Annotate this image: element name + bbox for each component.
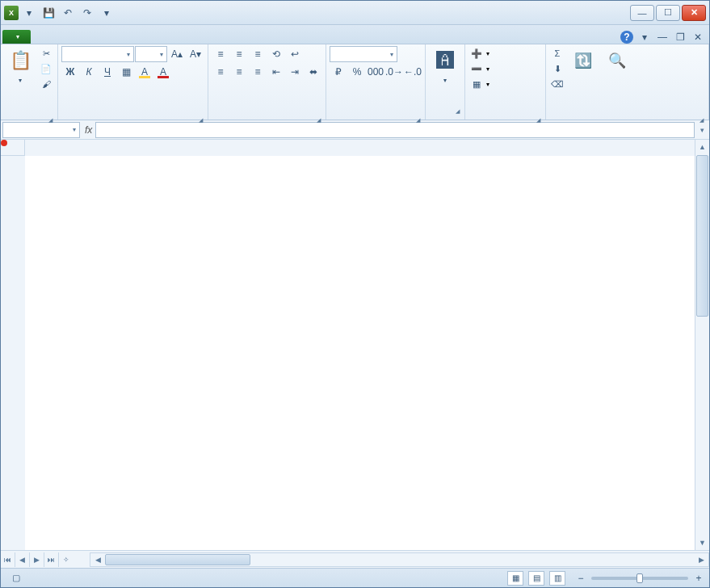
insert-cells-button[interactable]: ➕▾: [468, 46, 489, 61]
font-name-combo[interactable]: ▾: [61, 46, 134, 62]
font-size-combo[interactable]: ▾: [135, 46, 167, 62]
scroll-down-icon[interactable]: ▼: [695, 536, 709, 550]
grow-font-icon[interactable]: A▴: [168, 46, 186, 62]
group-label: [330, 116, 422, 118]
align-right-icon[interactable]: ≡: [249, 64, 267, 80]
scroll-left-icon[interactable]: ◀: [90, 556, 105, 564]
zoom-slider[interactable]: [591, 577, 688, 580]
scroll-right-icon[interactable]: ▶: [694, 556, 708, 564]
save-icon[interactable]: 💾: [40, 4, 57, 22]
format-painter-icon[interactable]: 🖌: [38, 77, 54, 91]
merge-icon[interactable]: ⬌: [305, 64, 322, 80]
group-label: [4, 116, 54, 118]
wrap-text-icon[interactable]: ↩: [286, 46, 304, 62]
workbook-close-icon[interactable]: ✕: [691, 31, 704, 44]
underline-button[interactable]: Ч: [99, 64, 116, 80]
formula-expand-icon[interactable]: ▾: [695, 126, 709, 134]
quick-access-toolbar: X ▾ 💾 ↶ ↷ ▾: [4, 4, 116, 22]
format-icon: ▦: [468, 77, 485, 91]
align-left-icon[interactable]: ≡: [212, 64, 229, 80]
number-format-combo[interactable]: ▾: [330, 46, 397, 62]
percent-icon[interactable]: %: [348, 64, 366, 80]
window-controls: — ☐ ✕: [630, 5, 706, 21]
cut-icon[interactable]: ✂: [38, 46, 54, 61]
format-cells-button[interactable]: ▦▾: [468, 77, 489, 91]
ribbon: 📋 ▾ ✂ 📄 🖌 ▾ ▾ A▴ A▾: [1, 44, 709, 120]
scroll-thumb[interactable]: [105, 554, 250, 565]
workbook-minimize-icon[interactable]: —: [656, 31, 669, 44]
border-icon[interactable]: ▦: [117, 64, 135, 80]
align-middle-icon[interactable]: ≡: [230, 46, 248, 62]
align-center-icon[interactable]: ≡: [230, 64, 248, 80]
zoom-out-icon[interactable]: −: [575, 573, 586, 584]
fill-color-icon[interactable]: A: [136, 64, 153, 80]
workbook-restore-icon[interactable]: ❐: [674, 31, 687, 44]
status-bar: ▢ ▦ ▤ ▥ − +: [1, 568, 709, 587]
group-alignment: ≡ ≡ ≡ ⟲ ↩ ≡ ≡ ≡ ⇤ ⇥ ⬌: [208, 44, 326, 120]
group-label: [429, 107, 461, 118]
ribbon-tabs: ▾ ? ▾ — ❐ ✕: [1, 25, 709, 44]
macro-record-icon[interactable]: ▢: [12, 573, 20, 583]
find-select-button[interactable]: 🔍: [601, 46, 633, 77]
currency-icon[interactable]: ₽: [330, 64, 347, 80]
normal-view-icon[interactable]: ▦: [507, 571, 523, 586]
new-sheet-icon[interactable]: ✧: [59, 552, 74, 567]
excel-window: X ▾ 💾 ↶ ↷ ▾ — ☐ ✕ ▾ ? ▾ — ❐ ✕: [0, 0, 710, 588]
shrink-font-icon[interactable]: A▾: [187, 46, 204, 62]
scroll-up-icon[interactable]: ▲: [695, 140, 709, 154]
decrease-decimal-icon[interactable]: ←.0: [404, 64, 422, 80]
align-bottom-icon[interactable]: ≡: [249, 46, 267, 62]
page-break-view-icon[interactable]: ▥: [549, 571, 565, 586]
sheet-nav-next-icon[interactable]: ▶: [30, 552, 44, 567]
orientation-icon[interactable]: ⟲: [267, 46, 285, 62]
undo-icon[interactable]: ↶: [59, 4, 77, 22]
autosum-icon[interactable]: Σ: [549, 46, 565, 61]
paste-button[interactable]: 📋 ▾: [4, 46, 36, 86]
bold-button[interactable]: Ж: [61, 64, 79, 80]
minimize-button[interactable]: —: [630, 5, 654, 21]
horizontal-scrollbar[interactable]: ◀ ▶: [90, 552, 709, 567]
italic-button[interactable]: К: [80, 64, 98, 80]
name-box[interactable]: ▾: [2, 122, 80, 138]
styles-button[interactable]: 🅰 ▾: [429, 46, 461, 86]
close-button[interactable]: ✕: [682, 5, 706, 21]
find-icon: 🔍: [604, 48, 630, 74]
select-all-corner[interactable]: [1, 140, 25, 156]
qat-more-icon[interactable]: ▾: [98, 4, 116, 22]
zoom-in-icon[interactable]: +: [693, 573, 704, 584]
maximize-button[interactable]: ☐: [656, 5, 680, 21]
copy-icon[interactable]: 📄: [38, 61, 54, 76]
sort-filter-button[interactable]: 🔃: [567, 46, 599, 77]
decrease-indent-icon[interactable]: ⇤: [267, 64, 285, 80]
fill-icon[interactable]: ⬇: [549, 61, 565, 76]
sort-icon: 🔃: [570, 48, 596, 74]
page-layout-view-icon[interactable]: ▤: [528, 571, 544, 586]
group-label: [61, 116, 204, 118]
increase-decimal-icon[interactable]: .0→: [385, 64, 403, 80]
cells-area[interactable]: [25, 156, 695, 550]
increase-indent-icon[interactable]: ⇥: [286, 64, 304, 80]
delete-icon: ➖: [468, 61, 485, 76]
file-tab[interactable]: ▾: [2, 30, 31, 44]
comma-icon[interactable]: 000: [367, 64, 384, 80]
fx-icon[interactable]: fx: [85, 124, 92, 136]
clear-icon[interactable]: ⌫: [549, 77, 565, 91]
formula-input[interactable]: [95, 122, 695, 138]
redo-icon[interactable]: ↷: [78, 4, 96, 22]
sheet-nav-prev-icon[interactable]: ◀: [15, 552, 30, 567]
align-top-icon[interactable]: ≡: [212, 46, 229, 62]
delete-cells-button[interactable]: ➖▾: [468, 61, 489, 76]
group-label: [468, 116, 542, 118]
help-icon[interactable]: ?: [620, 31, 633, 44]
font-color-icon[interactable]: A: [154, 64, 172, 80]
sheet-nav-last-icon[interactable]: ⏭: [44, 552, 59, 567]
formula-bar: ▾ fx ▾: [1, 120, 709, 140]
scroll-thumb[interactable]: [696, 155, 708, 317]
column-headers: [25, 140, 695, 156]
group-label: [212, 116, 322, 118]
group-cells: ➕▾ ➖▾ ▦▾: [465, 44, 546, 120]
vertical-scrollbar[interactable]: ▲ ▼: [695, 140, 709, 550]
qat-dropdown-icon[interactable]: ▾: [20, 4, 38, 22]
sheet-nav-first-icon[interactable]: ⏮: [1, 552, 15, 567]
ribbon-minimize-icon[interactable]: ▾: [638, 31, 651, 44]
